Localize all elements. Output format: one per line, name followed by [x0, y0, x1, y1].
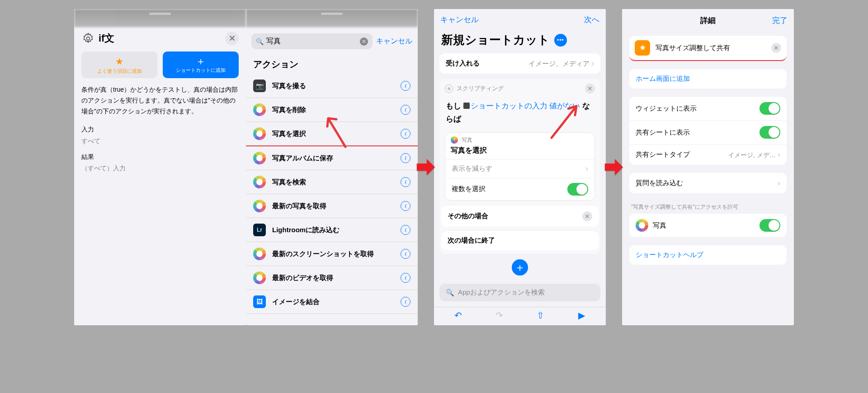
permission-caption: "写真サイズ調整して共有"にアクセスを許可	[622, 193, 794, 214]
action-label: 最新のスクリーンショットを取得	[272, 250, 394, 258]
chevron-right-icon: ›	[778, 150, 780, 159]
search-icon: 🔍	[446, 289, 454, 297]
result-value: （すべて）入力	[81, 163, 239, 174]
action-row[interactable]: 最新の写真を取得i	[246, 194, 418, 218]
chevron-right-icon: ›	[585, 164, 588, 173]
show-in-widget-label: ウィジェットに表示	[636, 104, 697, 113]
accept-row[interactable]: 受け入れる イメージ、メディア ›	[439, 53, 600, 74]
photos-icon	[253, 127, 266, 140]
sheet-title: if文	[81, 32, 114, 45]
gear-icon	[81, 32, 95, 45]
svg-point-0	[87, 37, 90, 40]
toggle-share[interactable]	[760, 126, 780, 139]
otherwise-row[interactable]: その他の場合 ✕	[441, 206, 599, 227]
info-button[interactable]: i	[401, 129, 410, 139]
info-button[interactable]: i	[401, 81, 410, 91]
remove-button[interactable]: ✕	[585, 84, 595, 94]
gear-icon: ✱	[445, 84, 453, 93]
chevron-right-icon: ›	[591, 59, 594, 68]
flow-arrow-icon	[416, 157, 436, 177]
toggle-multiple[interactable]	[567, 183, 588, 196]
input-label: 入力	[81, 124, 239, 135]
variable-icon	[463, 103, 470, 109]
condition-text[interactable]: もし ショートカットの入力 値がない ならば	[439, 98, 600, 132]
cancel-button[interactable]: キャンセル	[376, 37, 412, 46]
page-title: 詳細	[656, 15, 760, 26]
info-button[interactable]: i	[401, 177, 410, 187]
action-select-photos: 写真を選択	[445, 146, 594, 159]
info-button[interactable]: i	[401, 153, 410, 163]
add-shortcut-button[interactable]: ＋ ショートカットに追加	[163, 51, 239, 78]
add-favorite-button[interactable]: ★ よく使う項目に追加	[81, 51, 157, 78]
photos-icon	[253, 248, 266, 260]
share-button[interactable]: ⇧	[533, 310, 548, 321]
info-button[interactable]: i	[401, 297, 410, 307]
photos-icon	[253, 271, 266, 284]
action-row[interactable]: 🖼イメージを結合i	[246, 290, 418, 314]
clear-button[interactable]: ✕	[771, 43, 781, 53]
action-label: 写真アルバムに保存	[272, 154, 394, 163]
more-menu-button[interactable]: •••	[554, 34, 567, 47]
photos-icon	[253, 200, 266, 212]
redo-button[interactable]: ↷	[492, 310, 507, 321]
next-button[interactable]: 次へ	[572, 14, 599, 25]
flow-arrow-icon	[604, 157, 624, 177]
toggle-photos-permission[interactable]	[760, 219, 780, 232]
shortcut-icon[interactable]: ✷	[635, 40, 650, 56]
action-row[interactable]: LrLightroomに読み込むi	[246, 218, 418, 242]
action-label: 写真を削除	[272, 106, 394, 114]
add-to-home-button[interactable]: ホーム画面に追加	[629, 69, 787, 89]
info-button[interactable]: i	[401, 273, 410, 283]
camera-icon: 📷	[253, 80, 266, 92]
info-button[interactable]: i	[401, 249, 410, 259]
photos-icon	[636, 219, 648, 232]
action-label: イメージを結合	[272, 298, 394, 306]
cancel-button[interactable]: キャンセル	[440, 14, 479, 25]
play-button[interactable]: ▶	[575, 310, 589, 321]
info-button[interactable]: i	[401, 105, 410, 115]
photos-icon	[253, 152, 266, 164]
done-button[interactable]: 完了	[760, 15, 788, 26]
input-value: すべて	[81, 136, 239, 147]
chevron-right-icon: ›	[778, 178, 780, 188]
action-label: 最新の写真を取得	[272, 202, 394, 211]
select-multiple-row: 複数を選択	[445, 178, 594, 200]
shortcut-name-row[interactable]: ✷ 写真サイズ調整して共有 ✕	[629, 36, 787, 61]
action-label: 写真を検索	[272, 178, 394, 187]
action-label: 写真を選択	[272, 130, 394, 138]
close-button[interactable]: ✕	[225, 32, 239, 45]
photos-icon	[253, 176, 266, 188]
action-row[interactable]: 最新のビデオを取得i	[246, 266, 418, 290]
result-label: 結果	[81, 151, 239, 163]
action-label: 写真を撮る	[272, 82, 394, 90]
action-row[interactable]: 写真を削除i	[246, 98, 418, 122]
undo-button[interactable]: ↶	[451, 310, 466, 321]
help-button[interactable]: ショートカットヘルプ	[629, 245, 787, 265]
search-icon: 🔍	[256, 38, 264, 45]
star-icon: ★	[115, 56, 123, 67]
action-row[interactable]: 最新のスクリーンショットを取得i	[246, 242, 418, 266]
action-row[interactable]: 写真を検索i	[246, 170, 418, 194]
action-label: 最新のビデオを取得	[272, 274, 394, 282]
import-questions-row[interactable]: 質問を読み込む ›	[629, 173, 787, 193]
share-type-row[interactable]: 共有シートタイプ イメージ, メデ… ›	[629, 144, 787, 165]
add-action-button[interactable]: ＋	[512, 259, 528, 276]
search-input[interactable]: 🔍 写真 ✕	[251, 33, 373, 49]
toggle-widget[interactable]	[760, 102, 780, 115]
clear-search-button[interactable]: ✕	[360, 37, 368, 46]
lightroom-icon: Lr	[253, 224, 266, 236]
info-button[interactable]: i	[401, 225, 410, 235]
reduce-display-row[interactable]: 表示を減らす ›	[445, 159, 594, 178]
action-row[interactable]: 写真アルバムに保存i	[246, 146, 418, 170]
description: 条件が真（true）かどうかをテストし、真の場合は内部のアクションを実行します。…	[74, 84, 246, 124]
remove-button[interactable]: ✕	[582, 211, 592, 221]
shortcut-title: 新規ショートカット	[441, 32, 550, 48]
image-icon: 🖼	[253, 295, 266, 308]
drag-handle[interactable]	[149, 13, 171, 15]
info-button[interactable]: i	[401, 201, 410, 211]
action-row[interactable]: 📷写真を撮るi	[246, 74, 418, 98]
action-search-input[interactable]: 🔍 Appおよびアクションを検索	[439, 284, 600, 301]
drag-handle[interactable]	[321, 13, 343, 15]
endif-row[interactable]: 次の場合に終了	[441, 230, 599, 250]
action-row[interactable]: 写真を選択i	[246, 122, 418, 146]
